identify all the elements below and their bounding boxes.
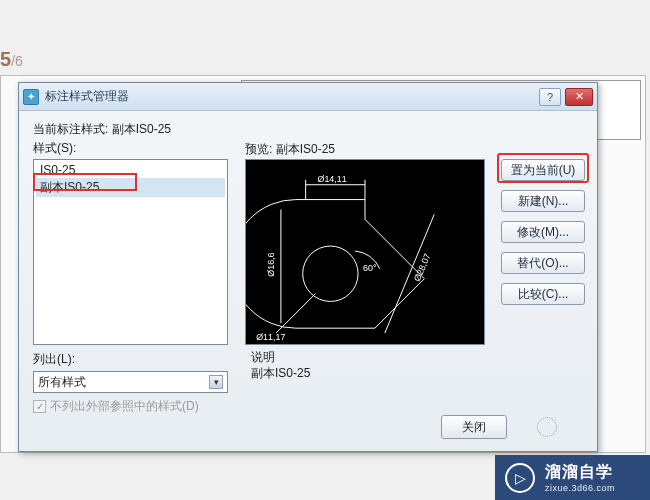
svg-line-10 [276, 294, 316, 334]
chevron-down-icon[interactable]: ▾ [209, 375, 223, 389]
list-label: 列出(L): [33, 351, 75, 368]
help-button[interactable]: ? [539, 88, 561, 106]
app-icon: ✦ [23, 89, 39, 105]
new-button[interactable]: 新建(N)... [501, 190, 585, 212]
watermark-url: zixue.3d66.com [545, 483, 615, 493]
page-total: /6 [11, 53, 23, 69]
svg-text:Ø11,17: Ø11,17 [256, 332, 285, 342]
svg-text:Ø14,11: Ø14,11 [318, 174, 347, 184]
svg-point-0 [303, 246, 358, 301]
focus-indicator [537, 417, 557, 437]
hide-xref-checkbox[interactable]: ✓ [33, 400, 46, 413]
current-style-label: 当前标注样式: [33, 122, 108, 136]
close-icon[interactable]: ✕ [565, 88, 593, 106]
styles-listbox[interactable]: IS0-25 副本IS0-25 [33, 159, 228, 345]
set-current-button[interactable]: 置为当前(U) [501, 159, 585, 181]
description-value: 副本IS0-25 [251, 365, 310, 382]
preview-label: 预览: 副本IS0-25 [245, 141, 335, 158]
description-label: 说明 [251, 349, 275, 366]
override-button[interactable]: 替代(O)... [501, 252, 585, 274]
preview-pane: Ø14,11 Ø16,6 Ø28,07 60° Ø11,17 [245, 159, 485, 345]
modify-button[interactable]: 修改(M)... [501, 221, 585, 243]
titlebar[interactable]: ✦ 标注样式管理器 ? ✕ [19, 83, 597, 111]
watermark-name: 溜溜自学 [545, 462, 615, 483]
hide-xref-label: 不列出外部参照中的样式(D) [50, 398, 199, 415]
compare-button[interactable]: 比较(C)... [501, 283, 585, 305]
svg-text:60°: 60° [363, 263, 377, 273]
list-item[interactable]: IS0-25 [36, 162, 225, 178]
watermark: ▷ 溜溜自学 zixue.3d66.com [495, 455, 650, 500]
svg-text:Ø28,07: Ø28,07 [412, 252, 433, 283]
page-current: 5 [0, 48, 11, 70]
svg-text:Ø16,6: Ø16,6 [266, 252, 276, 276]
dialog-title: 标注样式管理器 [45, 88, 539, 105]
close-button[interactable]: 关闭 [441, 415, 507, 439]
list-filter-select[interactable]: 所有样式 ▾ [33, 371, 228, 393]
list-item[interactable]: 副本IS0-25 [36, 178, 225, 197]
dimension-style-dialog: ✦ 标注样式管理器 ? ✕ 当前标注样式: 副本IS0-25 样式(S): IS… [18, 82, 598, 452]
play-icon: ▷ [505, 463, 535, 493]
current-style-value: 副本IS0-25 [112, 122, 171, 136]
select-value: 所有样式 [38, 374, 86, 391]
svg-line-7 [385, 214, 434, 333]
